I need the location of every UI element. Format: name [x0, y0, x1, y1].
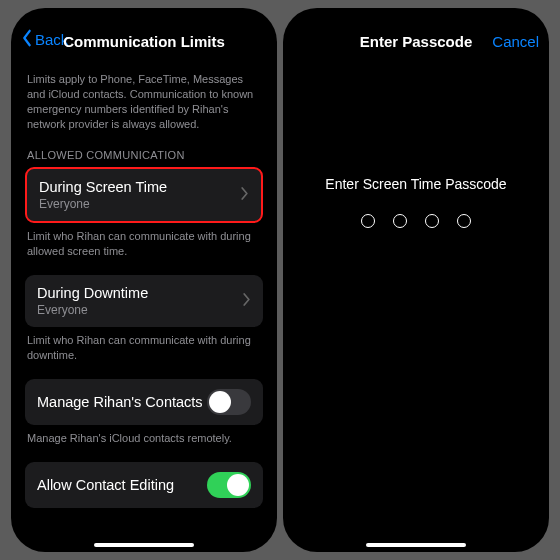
footer-during-screen-time: Limit who Rihan can communicate with dur…	[27, 229, 261, 259]
passcode-dots	[297, 214, 535, 228]
chevron-left-icon	[21, 29, 33, 50]
cancel-button[interactable]: Cancel	[492, 33, 539, 50]
allow-editing-switch[interactable]	[207, 472, 251, 498]
cell-during-downtime[interactable]: During Downtime Everyone	[25, 275, 263, 327]
footer-manage-contacts: Manage Rihan's iCloud contacts remotely.	[27, 431, 261, 446]
cell-title: During Screen Time	[39, 179, 241, 195]
switch-knob	[209, 391, 231, 413]
cell-subtitle: Everyone	[39, 197, 241, 211]
manage-contacts-switch[interactable]	[207, 389, 251, 415]
cell-title: Manage Rihan's Contacts	[37, 394, 207, 410]
content-right: Enter Screen Time Passcode	[283, 56, 549, 552]
cell-subtitle: Everyone	[37, 303, 243, 317]
cell-text: During Downtime Everyone	[37, 285, 243, 317]
back-label: Back	[35, 31, 68, 48]
passcode-dot	[457, 214, 471, 228]
switch-knob	[227, 474, 249, 496]
content-left: Limits apply to Phone, FaceTime, Message…	[11, 56, 277, 552]
chevron-right-icon	[241, 186, 249, 204]
home-indicator[interactable]	[94, 543, 194, 547]
chevron-right-icon	[243, 292, 251, 310]
back-button[interactable]: Back	[21, 29, 68, 50]
phone-right: Enter Passcode Cancel Enter Screen Time …	[283, 8, 549, 552]
phone-left: Back Communication Limits Limits apply t…	[11, 8, 277, 552]
navbar-right: Enter Passcode Cancel	[283, 8, 549, 56]
passcode-prompt: Enter Screen Time Passcode	[297, 176, 535, 192]
cell-manage-contacts[interactable]: Manage Rihan's Contacts	[25, 379, 263, 425]
passcode-dot	[361, 214, 375, 228]
intro-text: Limits apply to Phone, FaceTime, Message…	[27, 72, 261, 131]
passcode-dot	[425, 214, 439, 228]
footer-during-downtime: Limit who Rihan can communicate with dur…	[27, 333, 261, 363]
cell-text: During Screen Time Everyone	[39, 179, 241, 211]
home-indicator[interactable]	[366, 543, 466, 547]
cell-title: During Downtime	[37, 285, 243, 301]
passcode-area: Enter Screen Time Passcode	[297, 176, 535, 228]
navbar-left: Back Communication Limits	[11, 8, 277, 56]
cell-during-screen-time[interactable]: During Screen Time Everyone	[25, 167, 263, 223]
cell-title: Allow Contact Editing	[37, 477, 207, 493]
section-header: ALLOWED COMMUNICATION	[27, 149, 261, 161]
passcode-dot	[393, 214, 407, 228]
cell-allow-editing[interactable]: Allow Contact Editing	[25, 462, 263, 508]
